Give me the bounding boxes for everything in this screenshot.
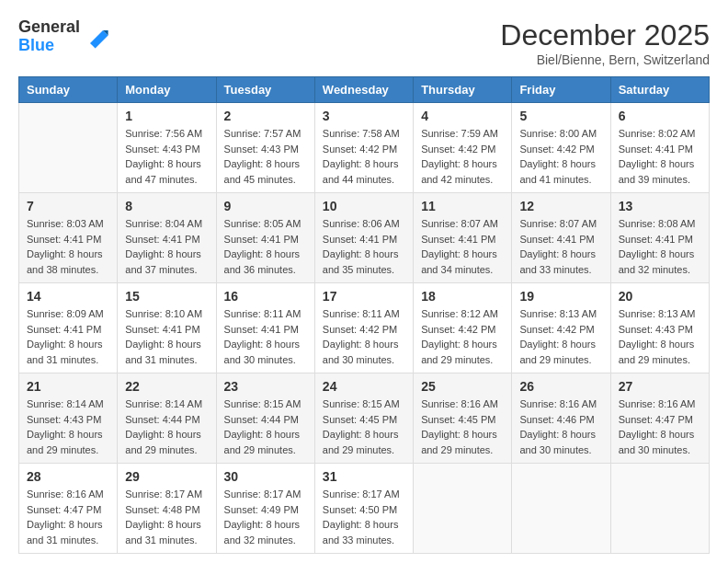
day-of-week-header: Tuesday	[216, 77, 314, 103]
logo-icon	[84, 24, 109, 50]
cell-sun-info: Sunrise: 8:11 AMSunset: 4:41 PMDaylight:…	[224, 306, 307, 367]
calendar-header-row: SundayMondayTuesdayWednesdayThursdayFrid…	[19, 77, 710, 103]
calendar-cell: 15Sunrise: 8:10 AMSunset: 4:41 PMDayligh…	[118, 283, 216, 373]
calendar-cell	[512, 464, 610, 554]
calendar-week-row: 28Sunrise: 8:16 AMSunset: 4:47 PMDayligh…	[19, 464, 710, 554]
cell-sun-info: Sunrise: 8:02 AMSunset: 4:41 PMDaylight:…	[619, 126, 701, 187]
cell-sun-info: Sunrise: 8:05 AMSunset: 4:41 PMDaylight:…	[224, 216, 307, 277]
day-number: 27	[619, 379, 701, 394]
cell-sun-info: Sunrise: 8:16 AMSunset: 4:47 PMDaylight:…	[619, 396, 701, 457]
calendar-cell: 14Sunrise: 8:09 AMSunset: 4:41 PMDayligh…	[19, 283, 118, 373]
day-of-week-header: Sunday	[19, 77, 118, 103]
day-number: 5	[519, 109, 602, 123]
cell-sun-info: Sunrise: 7:56 AMSunset: 4:43 PMDaylight:…	[125, 126, 208, 187]
calendar-cell: 27Sunrise: 8:16 AMSunset: 4:47 PMDayligh…	[610, 373, 709, 464]
day-number: 18	[421, 289, 504, 304]
calendar-cell: 28Sunrise: 8:16 AMSunset: 4:47 PMDayligh…	[19, 464, 118, 554]
cell-sun-info: Sunrise: 8:08 AMSunset: 4:41 PMDaylight:…	[619, 216, 701, 277]
day-of-week-header: Saturday	[610, 77, 709, 103]
calendar-cell: 11Sunrise: 8:07 AMSunset: 4:41 PMDayligh…	[414, 193, 512, 283]
cell-sun-info: Sunrise: 7:58 AMSunset: 4:42 PMDaylight:…	[323, 126, 405, 187]
calendar-week-row: 7Sunrise: 8:03 AMSunset: 4:41 PMDaylight…	[19, 193, 710, 283]
cell-sun-info: Sunrise: 8:00 AMSunset: 4:42 PMDaylight:…	[519, 126, 602, 187]
calendar-cell: 21Sunrise: 8:14 AMSunset: 4:43 PMDayligh…	[19, 373, 118, 464]
logo-blue-text: Blue	[18, 37, 80, 55]
calendar-cell: 22Sunrise: 8:14 AMSunset: 4:44 PMDayligh…	[118, 373, 216, 464]
calendar-cell: 5Sunrise: 8:00 AMSunset: 4:42 PMDaylight…	[512, 103, 610, 193]
day-number: 14	[27, 289, 109, 304]
svg-marker-0	[90, 30, 108, 49]
cell-sun-info: Sunrise: 8:17 AMSunset: 4:50 PMDaylight:…	[323, 487, 405, 547]
location-subtitle: Biel/Bienne, Bern, Switzerland	[500, 52, 710, 67]
day-of-week-header: Thursday	[414, 77, 512, 103]
day-number: 3	[323, 109, 405, 123]
cell-sun-info: Sunrise: 8:12 AMSunset: 4:42 PMDaylight:…	[421, 306, 504, 367]
calendar-cell: 7Sunrise: 8:03 AMSunset: 4:41 PMDaylight…	[19, 193, 118, 283]
month-title: December 2025	[500, 18, 710, 52]
day-number: 17	[323, 289, 405, 304]
calendar-cell: 17Sunrise: 8:11 AMSunset: 4:42 PMDayligh…	[314, 283, 413, 373]
day-of-week-header: Wednesday	[314, 77, 413, 103]
calendar-cell: 16Sunrise: 8:11 AMSunset: 4:41 PMDayligh…	[216, 283, 314, 373]
calendar-cell	[414, 464, 512, 554]
calendar-cell: 12Sunrise: 8:07 AMSunset: 4:41 PMDayligh…	[512, 193, 610, 283]
calendar-cell: 2Sunrise: 7:57 AMSunset: 4:43 PMDaylight…	[216, 103, 314, 193]
cell-sun-info: Sunrise: 8:13 AMSunset: 4:43 PMDaylight:…	[619, 306, 701, 367]
day-number: 16	[224, 289, 307, 304]
cell-sun-info: Sunrise: 8:16 AMSunset: 4:47 PMDaylight:…	[27, 487, 109, 547]
day-number: 11	[421, 199, 504, 213]
cell-sun-info: Sunrise: 8:04 AMSunset: 4:41 PMDaylight:…	[125, 216, 208, 277]
title-block: December 2025 Biel/Bienne, Bern, Switzer…	[500, 18, 710, 67]
calendar-cell	[19, 103, 118, 193]
day-number: 13	[619, 199, 701, 213]
cell-sun-info: Sunrise: 8:14 AMSunset: 4:44 PMDaylight:…	[125, 396, 208, 457]
cell-sun-info: Sunrise: 8:15 AMSunset: 4:44 PMDaylight:…	[224, 396, 307, 457]
calendar-cell: 10Sunrise: 8:06 AMSunset: 4:41 PMDayligh…	[314, 193, 413, 283]
day-number: 12	[519, 199, 602, 213]
calendar-cell: 18Sunrise: 8:12 AMSunset: 4:42 PMDayligh…	[414, 283, 512, 373]
cell-sun-info: Sunrise: 8:14 AMSunset: 4:43 PMDaylight:…	[27, 396, 109, 457]
calendar-cell: 4Sunrise: 7:59 AMSunset: 4:42 PMDaylight…	[414, 103, 512, 193]
day-number: 1	[125, 109, 208, 123]
day-number: 29	[125, 469, 208, 484]
cell-sun-info: Sunrise: 8:09 AMSunset: 4:41 PMDaylight:…	[27, 306, 109, 367]
day-of-week-header: Friday	[512, 77, 610, 103]
calendar-cell: 30Sunrise: 8:17 AMSunset: 4:49 PMDayligh…	[216, 464, 314, 554]
cell-sun-info: Sunrise: 8:07 AMSunset: 4:41 PMDaylight:…	[519, 216, 602, 277]
day-number: 30	[224, 469, 307, 484]
calendar-cell	[610, 464, 709, 554]
cell-sun-info: Sunrise: 8:11 AMSunset: 4:42 PMDaylight:…	[323, 306, 405, 367]
day-number: 24	[323, 379, 405, 394]
day-number: 6	[619, 109, 701, 123]
cell-sun-info: Sunrise: 8:07 AMSunset: 4:41 PMDaylight:…	[421, 216, 504, 277]
day-number: 2	[224, 109, 307, 123]
calendar-cell: 24Sunrise: 8:15 AMSunset: 4:45 PMDayligh…	[314, 373, 413, 464]
day-number: 25	[421, 379, 504, 394]
cell-sun-info: Sunrise: 8:16 AMSunset: 4:45 PMDaylight:…	[421, 396, 504, 457]
day-number: 23	[224, 379, 307, 394]
calendar-cell: 26Sunrise: 8:16 AMSunset: 4:46 PMDayligh…	[512, 373, 610, 464]
cell-sun-info: Sunrise: 8:13 AMSunset: 4:42 PMDaylight:…	[519, 306, 602, 367]
cell-sun-info: Sunrise: 8:06 AMSunset: 4:41 PMDaylight:…	[323, 216, 405, 277]
calendar-week-row: 21Sunrise: 8:14 AMSunset: 4:43 PMDayligh…	[19, 373, 710, 464]
calendar-cell: 25Sunrise: 8:16 AMSunset: 4:45 PMDayligh…	[414, 373, 512, 464]
day-number: 7	[27, 199, 109, 213]
day-number: 26	[519, 379, 602, 394]
calendar-cell: 9Sunrise: 8:05 AMSunset: 4:41 PMDaylight…	[216, 193, 314, 283]
calendar-cell: 19Sunrise: 8:13 AMSunset: 4:42 PMDayligh…	[512, 283, 610, 373]
day-number: 21	[27, 379, 109, 394]
day-number: 8	[125, 199, 208, 213]
day-number: 9	[224, 199, 307, 213]
calendar-cell: 1Sunrise: 7:56 AMSunset: 4:43 PMDaylight…	[118, 103, 216, 193]
calendar-cell: 23Sunrise: 8:15 AMSunset: 4:44 PMDayligh…	[216, 373, 314, 464]
cell-sun-info: Sunrise: 8:17 AMSunset: 4:48 PMDaylight:…	[125, 487, 208, 547]
calendar-cell: 29Sunrise: 8:17 AMSunset: 4:48 PMDayligh…	[118, 464, 216, 554]
calendar-cell: 3Sunrise: 7:58 AMSunset: 4:42 PMDaylight…	[314, 103, 413, 193]
day-of-week-header: Monday	[118, 77, 216, 103]
calendar-cell: 31Sunrise: 8:17 AMSunset: 4:50 PMDayligh…	[314, 464, 413, 554]
day-number: 10	[323, 199, 405, 213]
day-number: 4	[421, 109, 504, 123]
calendar-cell: 6Sunrise: 8:02 AMSunset: 4:41 PMDaylight…	[610, 103, 709, 193]
cell-sun-info: Sunrise: 7:59 AMSunset: 4:42 PMDaylight:…	[421, 126, 504, 187]
day-number: 20	[619, 289, 701, 304]
